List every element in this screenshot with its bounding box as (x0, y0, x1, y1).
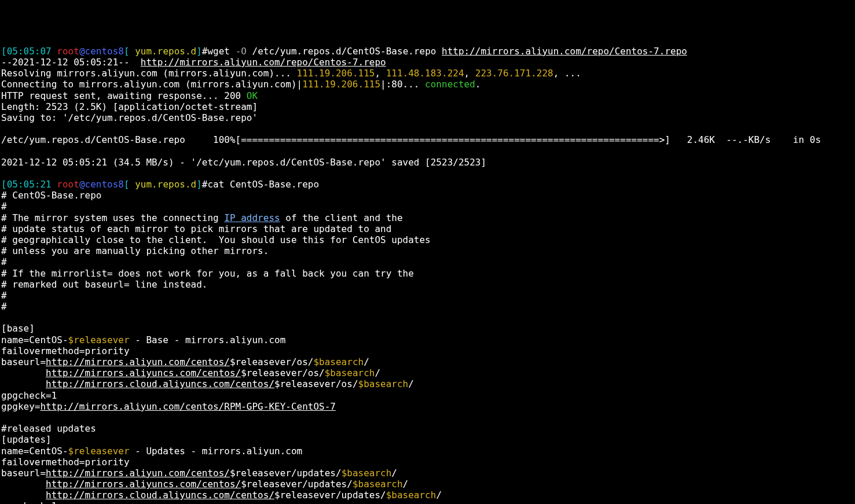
prompt-lb: [ (124, 179, 135, 190)
comment-released: #released updates (1, 423, 101, 434)
wget-connect: Connecting to mirrors.aliyun.com (mirror… (1, 79, 480, 90)
terminal[interactable]: [05:05:07 root@centos8[ yum.repos.d]#wge… (0, 45, 855, 504)
section-updates: [updates] (1, 434, 52, 445)
var-basearch: $basearch (325, 367, 375, 378)
updates-baseurl-2: http://mirrors.aliyuncs.com/centos/$rele… (1, 479, 408, 490)
cmd-arg: /etc/yum.repos.d/CentOS-Base.repo (247, 46, 442, 57)
cmd-wget: wget (207, 46, 235, 57)
var-basearch: $basearch (313, 356, 364, 367)
url-aliyuncs[interactable]: http://mirrors.aliyuncs.com/centos/ (46, 367, 241, 378)
prompt-at: @ (79, 46, 85, 57)
base-gpgcheck: gpgcheck=1 (1, 390, 57, 401)
wget-saved: 2021-12-12 05:05:21 (34.5 MB/s) - '/etc/… (1, 157, 486, 168)
repo-comment: # (1, 301, 7, 312)
url-cloud-aliyuncs[interactable]: http://mirrors.cloud.aliyuncs.com/centos… (46, 490, 274, 501)
ip-1: 111.19.206.115 (297, 68, 375, 79)
repo-comment: # If the mirrorlist= does not work for y… (1, 268, 414, 279)
repo-comment: # geographically close to the client. Yo… (1, 234, 431, 245)
repo-comment: # (1, 290, 7, 301)
ip-2: 111.48.183.224 (386, 68, 464, 79)
updates-gpgcheck: gpgcheck=1 (1, 501, 57, 504)
wget-line-1: --2021-12-12 05:05:21-- http://mirrors.a… (1, 57, 386, 68)
base-baseurl-3: http://mirrors.cloud.aliyuncs.com/centos… (1, 378, 414, 389)
base-baseurl-2: http://mirrors.aliyuncs.com/centos/$rele… (1, 367, 380, 378)
prompt-line-2: [05:05:21 root@centos8[ yum.repos.d]#cat… (1, 179, 319, 190)
repo-comment: # (1, 201, 7, 212)
cmd-url[interactable]: http://mirrors.aliyun.com/repo/Centos-7.… (442, 46, 687, 57)
updates-baseurl-3: http://mirrors.cloud.aliyuncs.com/centos… (1, 490, 442, 501)
base-baseurl-1: baseurl=http://mirrors.aliyun.com/centos… (1, 356, 369, 367)
var-basearch: $basearch (342, 468, 392, 479)
repo-comment: # remarked out baseurl= line instead. (1, 279, 207, 290)
prompt-rb: ] (196, 179, 202, 190)
prompt-host: centos8 (85, 179, 124, 190)
prompt-rb: ] (196, 46, 202, 57)
wget-http: HTTP request sent, awaiting response... … (1, 90, 258, 101)
var-releasever: $releasever (68, 446, 130, 457)
var-basearch: $basearch (353, 479, 403, 490)
var-releasever: $releasever (68, 334, 130, 345)
prompt-dir: yum.repos.d (135, 179, 196, 190)
prompt-dir: yum.repos.d (135, 46, 196, 57)
cmd-cat: cat CentOS-Base.repo (207, 179, 319, 190)
updates-baseurl-1: baseurl=http://mirrors.aliyun.com/centos… (1, 468, 397, 479)
ip-3: 223.76.171.228 (475, 68, 553, 79)
url-aliyuncs[interactable]: http://mirrors.aliyuncs.com/centos/ (46, 479, 241, 490)
repo-comment: # CentOS-Base.repo (1, 190, 101, 201)
prompt-lb: [ (124, 46, 135, 57)
updates-failover: failovermethod=priority (1, 457, 130, 468)
prompt-host: centos8 (85, 46, 124, 57)
prompt-user: root (57, 46, 79, 57)
url-aliyun[interactable]: http://mirrors.aliyun.com/centos/ (46, 468, 230, 479)
wget-url[interactable]: http://mirrors.aliyun.com/repo/Centos-7.… (141, 57, 386, 68)
repo-comment: # The mirror system uses the connecting … (1, 212, 403, 223)
url-aliyun[interactable]: http://mirrors.aliyun.com/centos/ (46, 356, 230, 367)
status-ok: OK (247, 90, 258, 101)
base-gpgkey: gpgkey=http://mirrors.aliyun.com/centos/… (1, 401, 336, 412)
repo-comment: # update status of each mirror to pick m… (1, 223, 391, 234)
text-ip-address: IP address (224, 212, 280, 223)
prompt-user: root (57, 179, 79, 190)
prompt-line-1: [05:05:07 root@centos8[ yum.repos.d]#wge… (1, 46, 687, 57)
prompt-time: [05:05:21 (1, 179, 52, 190)
url-gpgkey[interactable]: http://mirrors.aliyun.com/centos/RPM-GPG… (40, 401, 336, 412)
updates-name: name=CentOS-$releasever - Updates - mirr… (1, 446, 302, 457)
wget-resolve: Resolving mirrors.aliyun.com (mirrors.al… (1, 68, 581, 79)
repo-comment: # unless you are manually picking other … (1, 245, 269, 256)
repo-comment: # (1, 256, 7, 267)
base-name: name=CentOS-$releasever - Base - mirrors… (1, 334, 285, 345)
prompt-time: [05:05:07 (1, 46, 52, 57)
status-connected: connected (425, 79, 475, 90)
section-base: [base] (1, 323, 35, 334)
wget-progress: /etc/yum.repos.d/CentOS-Base.repo 100%[=… (1, 134, 849, 145)
wget-length: Length: 2523 (2.5K) [application/octet-s… (1, 101, 258, 112)
wget-saving: Saving to: '/etc/yum.repos.d/CentOS-Base… (1, 112, 258, 123)
var-basearch: $basearch (358, 378, 409, 389)
url-cloud-aliyuncs[interactable]: http://mirrors.cloud.aliyuncs.com/centos… (46, 378, 274, 389)
base-failover: failovermethod=priority (1, 345, 130, 356)
ip-4: 111.19.206.115 (302, 79, 380, 90)
var-basearch: $basearch (386, 490, 436, 501)
prompt-at: @ (79, 179, 85, 190)
cmd-flag: -O (236, 46, 247, 57)
